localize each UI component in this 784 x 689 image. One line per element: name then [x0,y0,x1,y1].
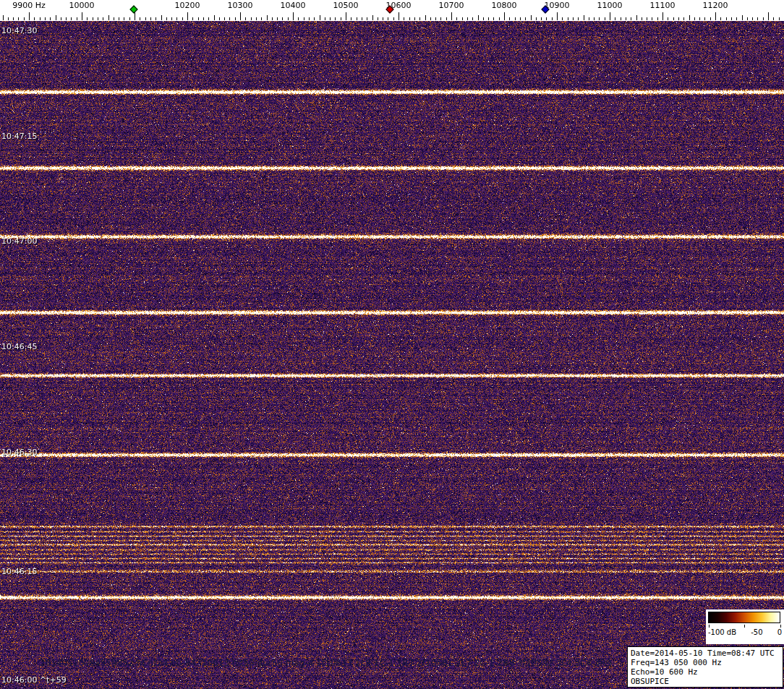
freq-tick-label: 10000 [69,1,95,10]
legend-label-mid: -50 [751,628,762,636]
freq-tick-label: 9900 Hz [12,1,46,10]
freq-tick-label: 10500 [333,1,359,10]
freq-tick-label: 10700 [439,1,464,10]
spectrogram-waterfall[interactable] [0,21,784,689]
info-frequency: Freq=143 050 000 Hz [631,658,780,667]
legend-tick [744,625,745,628]
freq-tick-label: 11000 [597,1,623,10]
legend-label-max: 0 [777,628,782,636]
db-color-scale: -100 dB -50 0 [706,609,784,644]
spectrogram-app-window: 9900 Hz100001020010300104001050010600107… [0,0,784,689]
info-station-name: OBSUPICE [631,677,780,686]
freq-tick-label: 11200 [703,1,728,10]
legend-tick [780,625,781,628]
freq-tick-label: 10400 [281,1,306,10]
freq-tick-label: 10800 [492,1,517,10]
frequency-ruler[interactable]: 9900 Hz100001020010300104001050010600107… [0,0,784,21]
freq-tick-label: 10200 [175,1,200,10]
color-gradient-bar [708,612,780,623]
detection-status-line: 20140510084559852 hCnt24 nb-84 f10613 hi… [40,658,612,668]
observation-info-box: Date=2014-05-10 Time=08:47 UTC Freq=143 … [627,646,783,688]
legend-tick [709,625,710,628]
legend-label-min: -100 dB [708,628,736,636]
info-date-time: Date=2014-05-10 Time=08:47 UTC [631,649,780,658]
freq-tick-label: 11100 [650,1,676,10]
legend-label-row: -100 dB -50 0 [706,628,784,636]
freq-tick-label: 10300 [228,1,253,10]
info-echo-freq: Echo=10 600 Hz [631,667,780,677]
